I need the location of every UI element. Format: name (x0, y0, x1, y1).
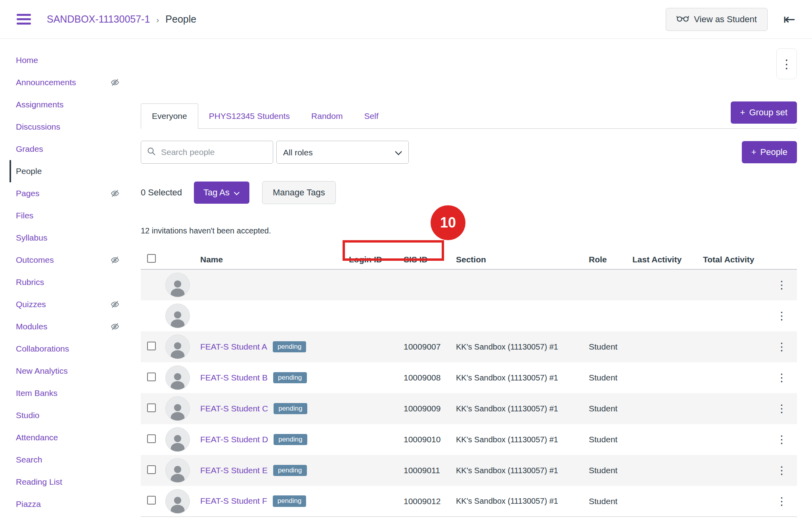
sidebar-item-home[interactable]: Home (16, 49, 120, 71)
bulk-actions-row: 0 Selected Tag As Manage Tags (141, 181, 797, 204)
table-row: FEAT-S Student B pending 10009008 KK's S… (141, 362, 797, 393)
page-options-kebab-button[interactable]: ⋮ (776, 48, 797, 79)
tag-as-button[interactable]: Tag As (194, 182, 249, 204)
avatar (165, 458, 190, 483)
tab-everyone[interactable]: Everyone (141, 103, 198, 129)
status-badge: pending (273, 372, 307, 383)
tab-phys12345-students[interactable]: PHYS12345 Students (198, 103, 301, 128)
status-badge: pending (273, 465, 307, 476)
sidebar-item-label: Attendance (16, 433, 58, 442)
row-kebab-button[interactable]: ⋮ (772, 432, 791, 447)
sidebar-item-assignments[interactable]: Assignments (16, 94, 120, 116)
sidebar-item-reading-list[interactable]: Reading List (16, 471, 120, 493)
sidebar-item-label: Quizzes (16, 300, 46, 309)
sidebar-item-outcomes[interactable]: Outcomes (16, 249, 120, 271)
row-kebab-button[interactable]: ⋮ (772, 370, 791, 386)
kebab-icon: ⋮ (776, 464, 787, 476)
sidebar-item-label: People (16, 166, 42, 176)
sidebar-item-label: Assignments (16, 100, 63, 109)
breadcrumb-course-link[interactable]: SANDBOX-11130057-1 (47, 13, 150, 25)
selected-count: 0 Selected (141, 187, 182, 198)
row-checkbox[interactable] (147, 342, 156, 350)
row-kebab-button[interactable]: ⋮ (772, 401, 791, 417)
select-all-checkbox[interactable] (147, 254, 156, 263)
glasses-icon (676, 14, 689, 25)
view-as-student-label: View as Student (694, 14, 757, 25)
row-kebab-button[interactable]: ⋮ (772, 277, 791, 293)
avatar (165, 427, 190, 452)
cell-sis-id: 10009007 (404, 342, 456, 352)
tabs-bar: Everyone PHYS12345 Students Random Self … (141, 101, 797, 129)
column-header-total-activity: Total Activity (703, 255, 766, 264)
sidebar-item-label: Announcements (16, 78, 76, 87)
column-header-sis-id: SIS ID (404, 255, 456, 264)
sidebar-item-modules[interactable]: Modules (16, 315, 120, 338)
cell-sis-id: 10009010 (404, 435, 456, 444)
tab-label: PHYS12345 Students (209, 111, 290, 120)
user-name-link[interactable]: FEAT-S Student A (200, 342, 267, 352)
row-checkbox[interactable] (147, 496, 156, 505)
sidebar-item-files[interactable]: Files (16, 205, 120, 227)
chevron-down-icon (234, 187, 240, 198)
sidebar-item-label: Discussions (16, 122, 60, 132)
user-name-link[interactable]: FEAT-S Student B (200, 373, 268, 382)
sidebar-item-quizzes[interactable]: Quizzes (16, 293, 120, 315)
add-group-set-button[interactable]: + Group set (731, 101, 797, 124)
user-name-link[interactable]: FEAT-S Student D (200, 435, 268, 444)
kebab-icon: ⋮ (776, 495, 787, 507)
hamburger-icon (17, 14, 31, 16)
sidebar-item-label: Modules (16, 322, 47, 331)
sidebar-item-piazza[interactable]: Piazza (16, 493, 120, 515)
sidebar-item-people[interactable]: People (10, 160, 113, 182)
tab-random[interactable]: Random (301, 103, 353, 128)
table-row: ⋮ (141, 300, 797, 331)
view-as-student-button[interactable]: View as Student (666, 8, 768, 31)
sidebar-item-label: Rubrics (16, 277, 44, 287)
kebab-icon: ⋮ (776, 434, 787, 445)
row-checkbox[interactable] (147, 465, 156, 474)
kebab-icon: ⋮ (776, 372, 787, 384)
breadcrumb-separator: › (156, 15, 159, 25)
sidebar-item-collaborations[interactable]: Collaborations (16, 338, 120, 360)
user-name-link[interactable]: FEAT-S Student E (200, 466, 268, 475)
sidebar-item-rubrics[interactable]: Rubrics (16, 271, 120, 293)
row-kebab-button[interactable]: ⋮ (772, 463, 791, 478)
add-people-button[interactable]: + People (742, 141, 797, 163)
sidebar-item-item-banks[interactable]: Item Banks (16, 382, 120, 404)
sidebar-item-announcements[interactable]: Announcements (16, 71, 120, 94)
row-checkbox[interactable] (147, 403, 156, 412)
breadcrumb: SANDBOX-11130057-1 › People (47, 13, 196, 25)
hidden-eye-icon (110, 322, 120, 331)
row-kebab-button[interactable]: ⋮ (772, 308, 791, 324)
table-row: FEAT-S Student A pending 10009007 KK's S… (141, 331, 797, 362)
search-people-input[interactable] (160, 147, 269, 157)
status-badge: pending (273, 341, 306, 352)
column-header-login-id: Login ID (349, 255, 404, 264)
manage-tags-button[interactable]: Manage Tags (262, 181, 336, 204)
user-name-link[interactable]: FEAT-S Student F (200, 496, 267, 506)
sidebar-item-search[interactable]: Search (16, 449, 120, 471)
search-icon (147, 147, 156, 158)
sidebar-item-syllabus[interactable]: Syllabus (16, 227, 120, 249)
people-page-main: ⋮ Everyone PHYS12345 Students Random Sel… (125, 39, 812, 517)
course-nav: Home Announcements Assignments Discussio… (0, 39, 125, 517)
cell-section: KK's Sandbox (11130057) #1 (456, 497, 589, 506)
sidebar-item-new-analytics[interactable]: New Analytics (16, 360, 120, 382)
row-kebab-button[interactable]: ⋮ (772, 339, 791, 355)
row-checkbox[interactable] (147, 373, 156, 381)
plus-icon: + (751, 147, 756, 157)
roles-select[interactable]: All roles (276, 141, 409, 164)
sidebar-item-discussions[interactable]: Discussions (16, 116, 120, 138)
global-nav-hamburger-button[interactable] (14, 9, 33, 29)
collapse-sidebar-icon[interactable]: ⇤ (781, 12, 798, 27)
sidebar-item-pages[interactable]: Pages (16, 182, 120, 205)
sidebar-item-grades[interactable]: Grades (16, 138, 120, 160)
sidebar-item-studio[interactable]: Studio (16, 404, 120, 426)
row-checkbox[interactable] (147, 434, 156, 443)
tab-self[interactable]: Self (353, 103, 389, 128)
cell-role: Student (589, 497, 632, 506)
status-badge: pending (274, 434, 307, 445)
row-kebab-button[interactable]: ⋮ (772, 493, 791, 509)
sidebar-item-attendance[interactable]: Attendance (16, 426, 120, 449)
user-name-link[interactable]: FEAT-S Student C (200, 404, 268, 413)
